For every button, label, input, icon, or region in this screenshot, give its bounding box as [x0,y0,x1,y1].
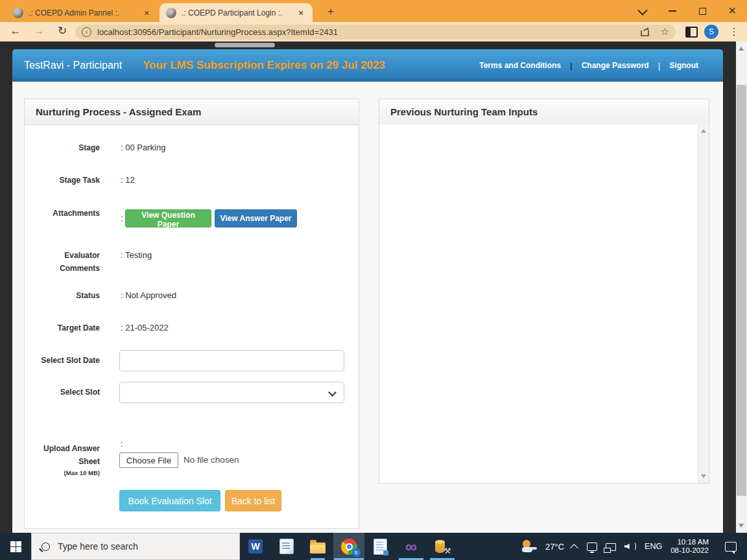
search-placeholder-text: Type here to search [58,541,138,552]
forward-button[interactable]: → [30,22,48,41]
stage-task-value: : 12 [121,175,135,185]
view-answer-paper-button[interactable]: View Answer Paper [215,209,297,228]
volume-control[interactable] [624,542,636,551]
tab-coepd-admin-panel[interactable]: .: COEPD Admin Pannel :. [6,3,158,22]
new-tab-button[interactable]: + [324,5,337,18]
terms-link[interactable]: Terms and Conditions [479,61,561,70]
globe-favicon-icon [166,8,176,18]
network-icon[interactable] [606,543,616,551]
previous-inputs-panel: Previous Nurturing Team Inputs [379,99,709,484]
scroll-down-icon[interactable] [701,474,706,478]
database-tools-icon [435,541,445,553]
separator: | [658,61,661,71]
minimize-icon [669,10,676,12]
windows-taskbar: Type here to search S [0,533,747,560]
temperature-text[interactable]: 27°C [545,542,564,552]
no-file-chosen-text: No file chosen [184,455,239,465]
file-explorer-icon [310,542,326,554]
site-info-icon[interactable] [82,27,91,37]
signout-link[interactable]: Signout [669,61,698,70]
weather-icon[interactable] [521,539,537,554]
subscription-notice: Your LMS Subscription Expires on 29 Jul … [143,49,385,82]
time-text: 10:18 AM [670,538,709,546]
page-scrollbar[interactable] [736,41,747,533]
lms-header: TestRavi - Participant Your LMS Subscrip… [12,49,723,82]
taskbar-search[interactable]: Type here to search [31,533,240,560]
stage-value: : 00 Parking [121,143,165,153]
stage-label: Stage [25,143,100,153]
screen: .: COEPD Admin Pannel :. .: COEPD Partic… [0,0,747,560]
language-indicator[interactable]: ENG [645,542,662,551]
brand-title: TestRavi - Participant [24,49,122,82]
clock[interactable]: 10:18 AM 08-10-2022 [670,538,709,555]
web-page: TestRavi - Participant Your LMS Subscrip… [0,41,747,533]
evaluator-comments-label: Evaluator Comments [38,249,100,275]
window-minimize-button[interactable] [664,5,681,18]
target-date-label: Target Date [25,323,100,333]
scroll-up-icon[interactable] [739,47,744,51]
tab-title: .: COEPD Participant Login :. [182,8,290,18]
close-icon [728,5,736,18]
evaluator-comments-value: : Testing [121,250,152,261]
browser-toolbar: ← → ↻ localhost:30956/Participant/Nurtur… [0,22,747,41]
window-close-button[interactable] [724,5,741,18]
scrollbar-thumb[interactable] [737,85,746,496]
reload-button[interactable]: ↻ [53,22,71,41]
choose-file-button[interactable]: Choose File [119,452,178,468]
address-bar[interactable]: localhost:30956/Participant/NurturingPro… [75,25,676,40]
change-password-link[interactable]: Change Password [582,61,649,70]
date-text: 08-10-2022 [670,546,709,555]
top-scrollbar-thumb[interactable] [215,43,275,47]
slot-date-input[interactable] [119,350,344,371]
taskbar-visual-studio-icon[interactable] [396,533,427,560]
upload-size-limit-label: (Max 10 MB) [38,469,100,476]
attachments-label: Attachments [25,208,100,218]
search-icon [42,542,50,551]
scroll-down-icon[interactable] [739,524,744,528]
window-profile-chevron[interactable] [633,5,650,18]
back-button[interactable]: ← [6,22,25,41]
visual-studio-icon [405,539,417,555]
taskbar-notepad-icon[interactable] [271,533,302,560]
action-center-icon[interactable] [725,542,737,552]
bookmark-star-icon[interactable] [661,27,669,37]
slot-select[interactable] [119,382,344,403]
scroll-up-icon[interactable] [701,129,706,133]
taskbar-chrome-icon[interactable]: S [333,533,364,560]
profile-avatar[interactable]: S [704,25,718,39]
tab-close-icon[interactable] [296,8,306,18]
upload-colon: : [121,439,123,449]
back-to-list-button[interactable]: Back to list [225,490,281,511]
url-text[interactable]: localhost:30956/Participant/NurturingPro… [97,27,640,37]
taskbar-file-explorer-icon[interactable] [302,533,333,560]
window-restore-button[interactable] [694,5,711,18]
display-cast-icon[interactable] [587,542,597,551]
taskbar-database-tools-icon[interactable] [427,533,458,560]
tab-close-icon[interactable] [141,8,152,18]
volume-icon [624,543,631,550]
windows-logo-icon [10,541,21,552]
taskbar-word-icon[interactable] [240,533,271,560]
system-tray: 27°C ENG 10:18 AM 08-10-2022 [521,533,743,560]
slot-date-label: Select Slot Date [25,355,100,366]
notepad-icon [279,539,294,554]
share-icon[interactable] [640,27,650,37]
book-evaluation-slot-button[interactable]: Book Evaluation Slot [119,490,220,511]
taskbar-script-document-icon[interactable] [364,533,396,560]
previous-inputs-scroll-area[interactable] [379,124,709,483]
inner-scrollbar[interactable] [698,124,709,483]
side-panel-icon[interactable] [685,27,698,38]
tab-coepd-participant-login[interactable]: .: COEPD Participant Login :. [160,3,313,22]
volume-waves-icon [632,542,636,551]
status-value: : Not Approved [121,290,176,301]
tray-chevron-up-icon[interactable] [570,544,578,552]
file-upload-row: Choose File No file chosen [25,452,359,468]
target-date-value: : 21-05-2022 [121,323,169,333]
word-icon [248,539,263,554]
taskbar-apps: S [240,533,458,560]
start-button[interactable] [0,533,31,560]
view-question-paper-button[interactable]: View Question Paper [125,209,211,228]
nurturing-process-panel: Nurturing Process - Assigned Exam Stage … [24,99,359,529]
browser-menu-icon[interactable] [729,24,739,40]
header-links: Terms and Conditions | Change Password |… [479,49,698,82]
